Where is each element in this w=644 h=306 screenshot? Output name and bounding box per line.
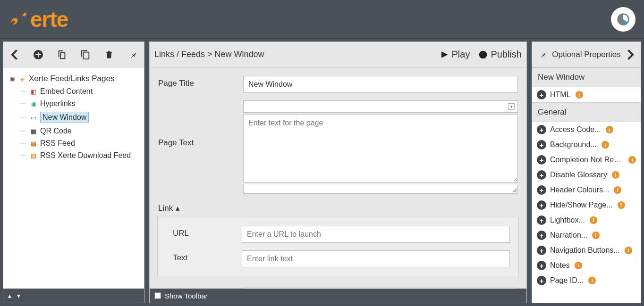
url-input[interactable] [242,226,510,243]
tree-item[interactable]: ⋯▦QR Code [19,125,141,137]
pin-left-icon[interactable] [127,48,139,62]
play-button[interactable]: Play [440,49,470,60]
add-button[interactable] [32,48,44,62]
info-icon[interactable]: i [602,141,609,149]
link-text-label: Text [166,250,242,263]
property-item[interactable]: +Completion Not Requiredi [532,152,641,167]
props-section-newwindow: New Window [532,67,641,87]
rss-icon: ▤ [30,152,37,159]
property-label: Page ID... [550,276,584,285]
plus-icon: + [537,170,546,180]
tree-panel: ▣ ◈ Xerte Feed/Links Pages ⋯◧Embed Conte… [3,67,144,289]
property-item[interactable]: +Lightbox...i [532,213,641,228]
center-body: Page Title Page Text ▾ [150,67,526,289]
property-item[interactable]: +Narration...i [532,228,641,243]
url-label: URL [166,226,242,238]
profile-badge[interactable] [611,7,636,32]
property-label: Completion Not Required [550,156,624,164]
property-label: Access Code... [550,125,601,134]
tree-item[interactable]: ⋯▭New Window [19,110,141,125]
page-text-label: Page Text [158,100,243,148]
duplicate-button[interactable] [56,48,68,62]
plus-icon: + [537,246,546,255]
plus-icon: + [537,231,546,240]
app-logo: erte [8,7,68,32]
left-toolbar [3,42,144,67]
property-item[interactable]: +Notesi [532,258,641,273]
right-panel: Optional Properties New Window +HTMLi Ge… [532,41,641,303]
publish-label: Publish [491,49,522,60]
tree-item[interactable]: ⋯◉Hyperlinks [19,98,141,110]
property-label: Hide/Show Page... [550,201,613,209]
resize-handle[interactable] [243,184,518,194]
pin-right-icon[interactable] [536,48,550,62]
info-icon[interactable]: i [576,91,583,99]
property-item[interactable]: +HTMLi [532,87,641,102]
show-toolbar-label: Show Toolbar [165,292,208,300]
property-label: Lightbox... [550,216,585,224]
property-label: Disable Glossary [550,171,607,179]
property-item[interactable]: +Hide/Show Page...i [532,198,641,213]
property-item[interactable]: +Header Colours...i [532,182,641,198]
right-title: Optional Properties [552,50,621,59]
info-icon[interactable]: i [590,216,597,224]
right-header: Optional Properties [532,42,641,67]
props-section-general: General [532,102,641,122]
tree-item-label: QR Code [40,127,72,135]
breadcrumb: Links / Feeds > New Window [154,50,264,59]
plus-icon: + [537,215,546,225]
move-up-icon[interactable]: ▴ [8,292,11,299]
plus-icon: + [537,140,546,149]
globe-icon: ◉ [30,100,37,108]
info-icon[interactable]: i [592,232,600,239]
tree-item[interactable]: ⋯▤RSS Feed [19,137,141,149]
tree-item-label: RSS Xerte Download Feed [40,151,131,160]
page-tree: ▣ ◈ Xerte Feed/Links Pages ⋯◧Embed Conte… [6,72,141,162]
info-icon[interactable]: i [614,186,621,194]
page-title-input[interactable] [243,76,518,93]
richtext-toolbar[interactable]: ▾ [243,100,518,113]
page-text-input[interactable] [243,115,518,182]
copy-button[interactable] [79,48,92,62]
property-item[interactable]: +Page ID...i [532,273,641,288]
form-scroll[interactable]: Page Title Page Text ▾ [150,67,526,289]
info-icon[interactable]: i [612,171,619,179]
publish-button[interactable]: Publish [478,49,522,60]
show-toolbar-checkbox[interactable] [154,292,161,299]
collapse-left-icon[interactable] [8,48,20,62]
property-label: Notes [550,261,570,270]
property-item[interactable]: +Navigation Buttons...i [532,243,641,258]
property-item[interactable]: +Disable Glossaryi [532,167,641,182]
info-icon[interactable]: i [606,126,613,133]
tree-root[interactable]: ▣ ◈ Xerte Feed/Links Pages [9,72,141,85]
info-icon[interactable]: i [588,277,596,284]
tree-item-label: Embed Content [40,87,93,96]
move-down-icon[interactable]: ▾ [17,292,20,299]
box-icon: ◈ [18,75,26,83]
property-label: Narration... [550,231,587,240]
property-item[interactable]: +Background...i [532,137,641,152]
info-icon[interactable]: i [575,262,582,269]
delete-button[interactable] [103,48,115,62]
right-body[interactable]: New Window +HTMLi General +Access Code..… [532,67,641,303]
collapse-right-icon[interactable] [624,48,638,62]
plus-icon: + [537,90,546,99]
play-label: Play [451,49,470,60]
plus-icon: + [537,155,546,165]
link-text-input[interactable] [242,250,510,267]
tree-connector: ⋯ [20,114,26,121]
info-icon[interactable]: i [628,156,636,164]
info-icon[interactable]: i [618,201,625,209]
tree-item[interactable]: ⋯◧Embed Content [19,85,141,98]
property-label: HTML [550,91,571,99]
center-panel: Links / Feeds > New Window Play Publish … [149,41,527,303]
rss-icon: ▤ [30,140,37,147]
property-label: Navigation Buttons... [550,246,620,255]
expand-icon[interactable]: ▣ [10,76,16,82]
tree-item[interactable]: ⋯▤RSS Xerte Download Feed [19,149,141,162]
info-icon[interactable]: i [625,247,632,254]
link-section-label[interactable]: Link ▴ [158,203,518,213]
qr-icon: ▦ [30,127,37,135]
chevron-down-icon[interactable]: ▾ [508,103,515,110]
property-item[interactable]: +Access Code...i [532,122,641,137]
